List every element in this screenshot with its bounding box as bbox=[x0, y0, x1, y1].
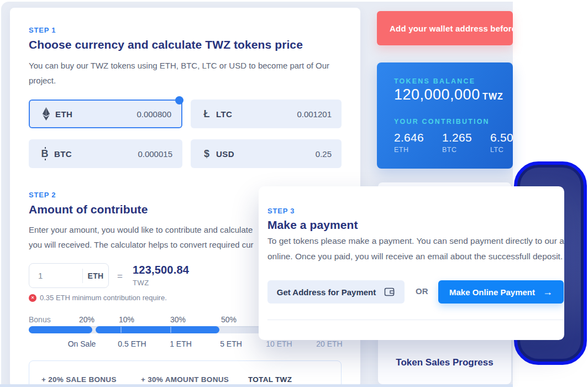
converted-unit: TWZ bbox=[133, 279, 149, 287]
contribution-value: 2.646 bbox=[394, 131, 424, 144]
step1-description-line2: project. bbox=[29, 76, 338, 85]
bonus-segment-separator bbox=[170, 327, 171, 333]
currency-rate: 0.000015 bbox=[138, 149, 172, 159]
currency-option-btc[interactable]: B BTC 0.000015 bbox=[29, 139, 182, 168]
wallet-alert-banner[interactable]: Add your wallet address before buying bbox=[377, 11, 513, 45]
currency-option-ltc[interactable]: Ł LTC 0.001201 bbox=[191, 100, 342, 128]
currency-rate: 0.000800 bbox=[136, 109, 171, 119]
tokens-balance-label: TOKENS BALANCE bbox=[394, 77, 475, 85]
bonus-tick: 5 ETH bbox=[220, 339, 242, 348]
amount-input-box: ETH bbox=[29, 263, 109, 288]
minimum-contribution-error: ✕ 0.35 ETH minimum contribution require. bbox=[29, 294, 167, 302]
currency-code: LTC bbox=[216, 109, 232, 119]
wallet-icon bbox=[384, 287, 395, 297]
pay-button-label: Make Online Payment bbox=[449, 287, 535, 297]
error-icon: ✕ bbox=[29, 294, 36, 302]
error-text: 0.35 ETH minimum contribution require. bbox=[40, 294, 167, 302]
sale-bonus-label: + 20% SALE BONUS bbox=[41, 375, 117, 384]
get-address-label: Get Address for Payment bbox=[277, 287, 376, 297]
or-separator: OR bbox=[416, 286, 428, 296]
contribution-ltc: 6.506 LTC bbox=[490, 131, 513, 154]
currency-code: USD bbox=[216, 149, 234, 159]
contribution-value: 1.265 bbox=[442, 131, 472, 144]
token-sales-progress-title: Token Sales Progress bbox=[378, 357, 511, 368]
tokens-balance-value: 120,000,000 TWZ bbox=[394, 86, 503, 103]
token-purchase-screen: STEP 1 Choose currency and calculate TWZ… bbox=[0, 0, 588, 387]
bitcoin-icon: B bbox=[35, 149, 54, 159]
bonus-percent: 20% bbox=[79, 315, 95, 324]
contribution-unit: LTC bbox=[490, 146, 513, 154]
bonus-percent: 30% bbox=[170, 315, 186, 324]
bonus-percent: 10% bbox=[119, 315, 134, 324]
tokens-balance-card: TOKENS BALANCE 120,000,000 TWZ YOUR CONT… bbox=[377, 62, 513, 169]
converted-amount: 123,500.84 bbox=[133, 264, 189, 276]
currency-option-eth[interactable]: ETH 0.000800 bbox=[29, 100, 182, 128]
currency-option-usd[interactable]: $ USD 0.25 bbox=[191, 139, 342, 168]
currency-code: BTC bbox=[54, 149, 72, 159]
bonus-axis-label: Bonus bbox=[29, 315, 51, 324]
arrow-right-icon: → bbox=[543, 286, 553, 298]
make-payment-card: STEP 3 Make a payment To get tokens plea… bbox=[259, 186, 564, 340]
get-address-button[interactable]: Get Address for Payment bbox=[267, 280, 405, 304]
bonus-tick: 20 ETH bbox=[316, 339, 342, 348]
bottom-edge-strip bbox=[0, 384, 513, 387]
total-twz-label: TOTAL TWZ bbox=[248, 375, 292, 384]
balance-unit: TWZ bbox=[482, 92, 503, 101]
dollar-icon: $ bbox=[197, 149, 216, 159]
make-online-payment-button[interactable]: Make Online Payment → bbox=[438, 280, 564, 304]
bonus-progress-segment bbox=[96, 326, 219, 333]
contribution-value: 6.506 bbox=[490, 131, 513, 144]
contribution-eth: 2.646 ETH bbox=[394, 131, 424, 154]
your-contribution-label: YOUR CONTRIBUTION bbox=[394, 118, 490, 125]
wallet-alert-text: Add your wallet address before buying bbox=[377, 24, 513, 33]
amount-bonus-label: + 30% AMOUNT BONUS bbox=[141, 375, 229, 384]
step3-label: STEP 3 bbox=[267, 207, 295, 215]
amount-unit-label: ETH bbox=[83, 271, 108, 280]
bonus-percent: 50% bbox=[221, 315, 237, 324]
currency-rate: 0.25 bbox=[316, 149, 332, 159]
bonus-progress-segment bbox=[29, 326, 92, 333]
bonus-segment-separator bbox=[120, 327, 122, 333]
step3-divider bbox=[267, 320, 564, 320]
bonus-tick: 1 ETH bbox=[170, 339, 192, 348]
currency-code: ETH bbox=[55, 109, 72, 119]
bonus-tick: On Sale bbox=[68, 339, 96, 348]
litecoin-icon: Ł bbox=[197, 109, 216, 119]
balance-number: 120,000,000 bbox=[394, 86, 480, 103]
selected-indicator-dot bbox=[175, 96, 183, 104]
step2-title: Amount of contribute bbox=[29, 203, 148, 216]
contribution-unit: BTC bbox=[442, 146, 472, 154]
step1-description-line1: You can buy our TWZ tokens using ETH, BT… bbox=[29, 61, 338, 70]
step1-title: Choose currency and calculate TWZ tokens… bbox=[29, 38, 303, 51]
contribution-unit: ETH bbox=[394, 146, 424, 154]
step3-description-line1: To get tokens please make a payment. You… bbox=[267, 236, 564, 246]
step3-title: Make a payment bbox=[267, 218, 358, 232]
bonus-tick: 10 ETH bbox=[266, 339, 292, 348]
step3-description-line2: online. Once you paid, you will receive … bbox=[267, 252, 564, 262]
step2-label: STEP 2 bbox=[29, 191, 56, 199]
amount-input[interactable] bbox=[29, 270, 82, 281]
equals-sign: = bbox=[117, 271, 123, 282]
step1-label: STEP 1 bbox=[29, 26, 56, 34]
contribution-btc: 1.265 BTC bbox=[442, 131, 472, 154]
ethereum-icon bbox=[36, 107, 55, 121]
bonus-tick: 0.5 ETH bbox=[118, 339, 146, 348]
currency-rate: 0.001201 bbox=[297, 109, 332, 119]
